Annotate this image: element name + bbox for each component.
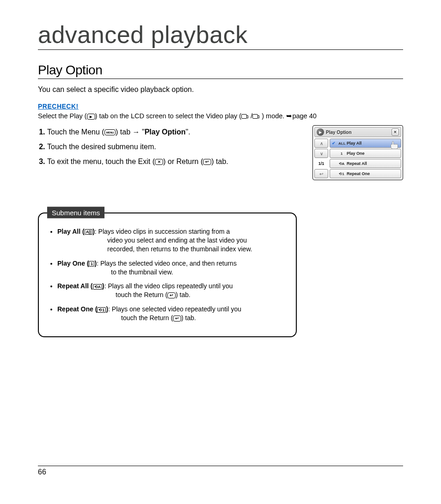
term-text: Play All (: [57, 228, 85, 235]
desc-part: touch the Return (: [121, 314, 173, 322]
desc-line: to the thumbnail view.: [57, 268, 288, 277]
desc-line: touch the Return () tab.: [57, 291, 288, 299]
desc-first: : Plays the selected video once, and the…: [97, 260, 237, 267]
desc-part: ) tab.: [181, 314, 196, 322]
step-1-bold: Play Option: [145, 128, 186, 136]
submenu-heading: Submenu items: [47, 207, 104, 219]
play-one-glyph-icon: 1: [89, 261, 94, 267]
steps-list: Touch the Menu (MENU) tab → "Play Option…: [38, 128, 299, 172]
arrow-right-icon: →: [133, 128, 140, 136]
term-text: Repeat All (: [57, 282, 93, 290]
step-1-text-b: ) tab: [116, 128, 132, 136]
lcd-item-label: Play One: [347, 151, 365, 156]
page-number: 66: [38, 466, 403, 476]
submenu-item-repeat-all: Repeat All (⟲A): Plays all the video cli…: [57, 282, 288, 299]
repeat-one-glyph-icon: ⟲1: [97, 307, 106, 313]
precheck-text-3: ) mode.: [262, 112, 286, 120]
return-tab-icon: [173, 316, 181, 322]
play-one-mini-icon: 1: [338, 152, 345, 156]
video-hd-icon: [241, 114, 247, 119]
repeat-all-glyph-icon: ⟲A: [93, 284, 103, 290]
desc-first: : Plays all the video clips repeatedly u…: [104, 282, 233, 290]
lcd-close-button[interactable]: ✕: [392, 128, 399, 136]
lcd-screenshot: ▶ Play Option ✕ ∧ ∨ 1/1 ↩ ✔ ALL Play All: [312, 125, 403, 180]
repeat-one-mini-icon: ⟲1: [338, 172, 345, 176]
lcd-page-indicator: 1/1: [314, 159, 328, 168]
submenu-box: Submenu items Play All (A||): Plays vide…: [38, 213, 297, 337]
precheck-block: PRECHECK! Select the Play () tab on the …: [38, 102, 403, 120]
precheck-text-1: Select the Play (: [38, 112, 87, 120]
exit-tab-icon: [155, 159, 163, 165]
return-tab-icon: [203, 159, 211, 165]
arrow-link-icon: ➥: [286, 112, 292, 120]
desc-line: touch the Return () tab.: [57, 314, 288, 322]
precheck-label: PRECHECK!: [38, 103, 79, 110]
lcd-up-button[interactable]: ∧: [314, 139, 328, 148]
desc-part: touch the Return (: [116, 291, 167, 298]
play-all-mini-icon: ALL: [338, 141, 345, 146]
lcd-item-play-all[interactable]: ✔ ALL Play All: [330, 139, 401, 148]
term-text: Play One (: [57, 260, 89, 267]
lcd-item-label: Repeat All: [347, 161, 367, 166]
video-sd-icon: [252, 114, 258, 119]
submenu-item-play-all: Play All (A||): Plays video clips in suc…: [57, 227, 288, 254]
play-tab-icon: [87, 114, 95, 120]
section-title: Play Option: [38, 63, 403, 79]
precheck-text-2: ) tab on the LCD screen to select the Vi…: [95, 112, 242, 120]
step-3: To exit the menu, touch the Exit () or R…: [47, 158, 299, 166]
step-1-text-a: Touch the Menu (: [47, 128, 104, 136]
lcd-return-button[interactable]: ↩: [314, 169, 328, 178]
precheck-page-ref: page 40: [292, 112, 316, 120]
intro-text: You can select a specific video playback…: [38, 85, 403, 94]
desc-line: recorded, then returns to the thumbnail …: [57, 245, 288, 254]
lcd-title: Play Option: [326, 130, 390, 135]
lcd-item-label: Repeat One: [347, 171, 370, 176]
desc-first: : Plays one selected video repeatedly un…: [108, 305, 241, 313]
play-all-glyph-icon: A||: [85, 229, 93, 235]
repeat-all-mini-icon: ⟲A: [338, 162, 345, 166]
step-1-text-c: ": [140, 128, 145, 136]
return-tab-icon: [167, 292, 176, 298]
step-1: Touch the Menu (MENU) tab → "Play Option…: [47, 128, 299, 136]
step-3-text-a: To exit the menu, touch the Exit (: [47, 158, 155, 165]
lcd-item-repeat-all[interactable]: ⟲A Repeat All: [330, 159, 401, 168]
submenu-item-play-one: Play One (1): Plays the selected video o…: [57, 259, 288, 277]
desc-first: : Plays video clips in succession starti…: [95, 228, 230, 235]
check-icon: ✔: [332, 141, 337, 146]
lcd-item-label: Play All: [347, 141, 361, 146]
step-3-text-c: ) tab.: [211, 158, 228, 165]
chapter-title: advanced playback: [38, 21, 403, 50]
lcd-header-icon: ▶: [317, 128, 324, 136]
lcd-down-button[interactable]: ∨: [314, 149, 328, 158]
step-3-text-b: ) or Return (: [163, 158, 203, 165]
term-text: Repeat One (: [57, 305, 97, 313]
desc-line: video you select and ending at the last …: [57, 236, 288, 245]
lcd-item-play-one[interactable]: 1 Play One: [330, 149, 401, 158]
submenu-item-repeat-one: Repeat One (⟲1): Plays one selected vide…: [57, 305, 288, 322]
menu-tab-icon: MENU: [104, 129, 116, 135]
step-1-text-d: ".: [186, 128, 190, 136]
desc-part: ) tab.: [176, 291, 190, 298]
lcd-item-repeat-one[interactable]: ⟲1 Repeat One: [330, 169, 401, 178]
lcd-header: ▶ Play Option ✕: [314, 127, 401, 137]
step-2: Touch the desired submenu item.: [47, 143, 299, 151]
